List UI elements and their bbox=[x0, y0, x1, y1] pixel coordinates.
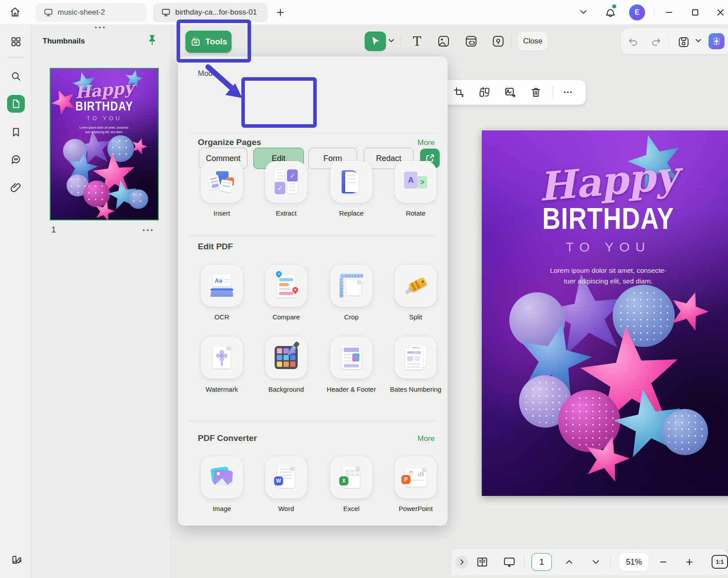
add-image-icon[interactable] bbox=[435, 33, 452, 50]
tool-tile-image[interactable] bbox=[201, 456, 243, 498]
export-image-icon[interactable] bbox=[502, 84, 518, 100]
tools-button[interactable]: Tools bbox=[185, 31, 232, 53]
tool-tile-compare[interactable]: + ✕ bbox=[265, 265, 307, 307]
excel-converter-icon: X bbox=[343, 467, 360, 488]
balloon-decor bbox=[662, 409, 708, 455]
close-button-label: Close bbox=[523, 37, 542, 46]
card-sub-text: TO YOU bbox=[482, 240, 728, 255]
tool-tile-header-footer[interactable] bbox=[331, 337, 372, 378]
tab-music-sheet-2[interactable]: music-sheet-2 bbox=[35, 3, 146, 22]
avatar[interactable]: E bbox=[629, 4, 645, 20]
close-window-button[interactable] bbox=[714, 6, 727, 19]
header-footer-icon bbox=[342, 346, 361, 369]
close-button[interactable]: Close bbox=[518, 32, 547, 51]
notifications-bell-icon[interactable] bbox=[604, 5, 617, 20]
bookmarks-icon[interactable] bbox=[7, 123, 25, 141]
thumbnail-page-number: 1 bbox=[51, 225, 56, 235]
page-number-input[interactable]: 1 bbox=[531, 553, 552, 571]
page-edit-toolbar bbox=[443, 80, 586, 105]
presentation-mode-icon[interactable] bbox=[501, 554, 517, 570]
tab-label: music-sheet-2 bbox=[58, 8, 105, 17]
tool-tile-insert[interactable] bbox=[201, 161, 243, 203]
birthday-card-thumb: Happy BIRTHDAY TO YOU Lorem ipsum dolor … bbox=[51, 69, 158, 220]
tool-tile-word[interactable]: W bbox=[265, 456, 307, 498]
status-bar: 1 51% 1:1 bbox=[451, 549, 728, 575]
tool-tile-watermark[interactable] bbox=[201, 337, 243, 378]
ocr-icon: Aa bbox=[210, 275, 233, 297]
pdf-converter-more-link[interactable]: More bbox=[417, 434, 435, 443]
add-text-icon[interactable]: T bbox=[409, 33, 425, 50]
section-title-pdf-converter: PDF Converter bbox=[198, 433, 257, 443]
tool-tile-ocr[interactable]: Aa bbox=[201, 265, 243, 307]
home-icon[interactable] bbox=[9, 6, 21, 18]
divider bbox=[189, 133, 437, 133]
more-options-icon[interactable] bbox=[560, 84, 576, 100]
delete-page-icon[interactable] bbox=[528, 84, 544, 100]
tool-tile-split[interactable] bbox=[395, 265, 437, 307]
select-tool-button[interactable] bbox=[365, 31, 386, 51]
divider bbox=[189, 235, 437, 236]
comments-icon[interactable] bbox=[7, 151, 25, 169]
save-icon[interactable] bbox=[675, 34, 692, 51]
divider bbox=[610, 556, 610, 568]
pin-icon[interactable] bbox=[146, 34, 158, 47]
undo-icon[interactable] bbox=[625, 34, 641, 51]
tool-tile-rotate[interactable]: A > bbox=[395, 161, 437, 203]
crop-icon-tile bbox=[339, 274, 363, 298]
thumbnails-title: Thumbnails bbox=[43, 37, 85, 46]
page-thumbnails-icon[interactable] bbox=[7, 95, 25, 113]
organize-pages-more-link[interactable]: More bbox=[417, 138, 435, 147]
maximize-button[interactable] bbox=[689, 6, 701, 19]
next-page-icon[interactable] bbox=[588, 554, 604, 570]
attachments-icon[interactable] bbox=[7, 179, 25, 197]
search-icon[interactable] bbox=[7, 67, 25, 85]
replace-rotate-icon[interactable] bbox=[476, 84, 492, 100]
swatch-fan-icon[interactable] bbox=[7, 551, 25, 569]
tool-label: PowerPoint bbox=[385, 504, 447, 513]
divider bbox=[553, 86, 553, 98]
expand-panel-icon[interactable] bbox=[454, 554, 470, 570]
tool-tile-powerpoint[interactable]: P bbox=[395, 456, 437, 498]
new-tab-icon[interactable] bbox=[275, 7, 286, 18]
tool-label: Watermark bbox=[191, 385, 253, 394]
tool-tile-excel[interactable]: X bbox=[331, 456, 372, 498]
tool-tile-background[interactable] bbox=[265, 337, 307, 378]
section-title-organize-pages: Organize Pages bbox=[198, 138, 261, 147]
panel-overflow-icon[interactable] bbox=[95, 27, 105, 28]
left-sidebar bbox=[0, 25, 32, 578]
tab-birthday-card[interactable]: birthday-ca...for-boss-01 bbox=[153, 3, 268, 22]
two-page-view-icon[interactable] bbox=[474, 554, 490, 570]
add-location-icon[interactable] bbox=[490, 33, 507, 50]
tool-tile-extract[interactable]: ✓ ✓ bbox=[265, 161, 307, 203]
tool-tile-bates[interactable]: 000123 bbox=[395, 337, 437, 378]
tool-label: Rotate bbox=[385, 209, 447, 218]
thumbnail-options-icon[interactable] bbox=[143, 229, 153, 231]
ai-assistant-button[interactable] bbox=[708, 33, 724, 49]
zoom-level[interactable]: 51% bbox=[619, 553, 649, 571]
actual-size-button[interactable]: 1:1 bbox=[712, 555, 728, 569]
word-converter-icon: W bbox=[278, 467, 295, 488]
tool-tile-crop[interactable] bbox=[331, 265, 372, 307]
tools-button-label: Tools bbox=[205, 37, 227, 47]
section-title-edit-pdf: Edit PDF bbox=[198, 242, 233, 252]
monitor-icon bbox=[161, 8, 171, 17]
insert-icon bbox=[209, 170, 235, 193]
zoom-in-icon[interactable] bbox=[681, 554, 697, 570]
save-options-chevron-icon[interactable] bbox=[695, 38, 702, 43]
zoom-out-icon[interactable] bbox=[655, 554, 671, 570]
tool-tile-replace[interactable] bbox=[331, 161, 372, 203]
previous-page-icon[interactable] bbox=[561, 554, 577, 570]
grid-view-icon[interactable] bbox=[7, 33, 25, 51]
minimize-button[interactable] bbox=[663, 6, 675, 19]
add-link-icon[interactable] bbox=[463, 33, 480, 50]
thumbnails-panel: Thumbnails Happy bbox=[32, 25, 171, 578]
document-page[interactable]: Happy BIRTHDAY TO YOU Lorem ipsum dolor … bbox=[482, 130, 728, 496]
card-main-text: BIRTHDAY bbox=[51, 98, 158, 114]
select-tool-chevron-icon[interactable] bbox=[388, 38, 395, 43]
avatar-initial: E bbox=[635, 8, 640, 16]
page-thumbnail[interactable]: Happy BIRTHDAY TO YOU Lorem ipsum dolor … bbox=[50, 68, 159, 220]
divider bbox=[524, 556, 524, 568]
chevron-down-icon[interactable] bbox=[578, 9, 588, 16]
crop-icon[interactable] bbox=[451, 84, 467, 100]
redo-icon[interactable] bbox=[648, 34, 665, 51]
